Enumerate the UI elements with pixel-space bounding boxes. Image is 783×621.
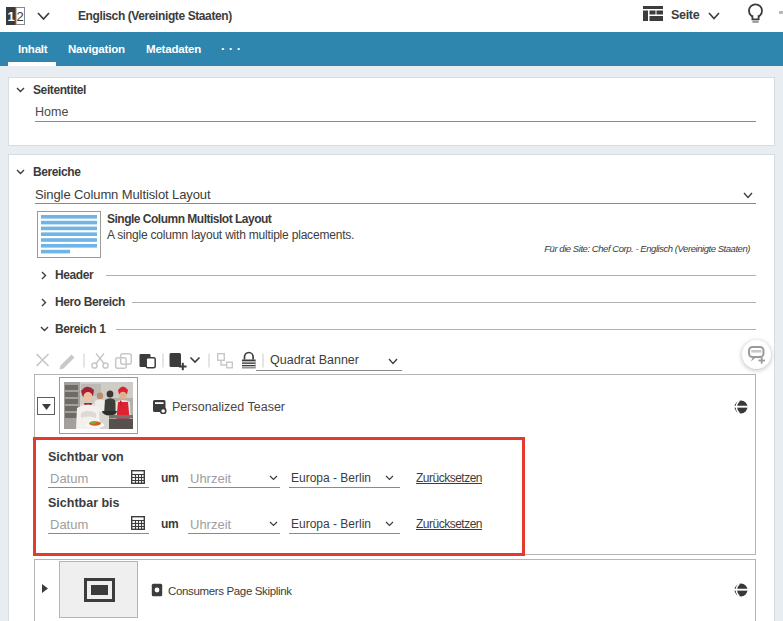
svg-text:2: 2 — [17, 9, 24, 24]
svg-text:1: 1 — [7, 9, 14, 24]
